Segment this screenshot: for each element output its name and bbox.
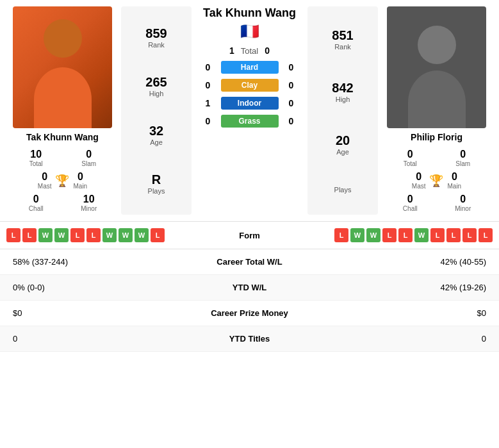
right-main-value: 0: [452, 171, 457, 183]
right-rank-stat: 851 Rank: [332, 28, 353, 51]
left-age-stat: 32 Age: [149, 124, 163, 146]
left-mast-stat: 0 Mast: [38, 171, 52, 190]
left-flag: 🇫🇷: [240, 22, 259, 40]
right-slam-label: Slam: [455, 160, 470, 167]
form-badge-left: W: [119, 228, 133, 242]
left-slam-stat: 0 Slam: [66, 149, 113, 167]
form-badge-left: L: [70, 228, 85, 242]
total-row: 1 Total 0: [229, 46, 270, 56]
form-badge-left: W: [102, 228, 117, 242]
left-slam-label: Slam: [81, 160, 96, 167]
left-player-photo: [13, 6, 112, 128]
right-high-label: High: [332, 95, 353, 103]
right-trophy-icon: 🏆: [429, 174, 443, 188]
indoor-right-score: 0: [285, 98, 298, 108]
stats-center-label: YTD W/L: [186, 283, 314, 292]
stats-row: 0 YTD Titles 0: [0, 326, 499, 352]
right-age-stat: 20 Age: [336, 133, 350, 156]
left-minor-label: Minor: [81, 205, 97, 212]
left-player-name-top: Tak Khunn Wang: [203, 6, 296, 20]
right-mast-value: 0: [416, 171, 421, 183]
right-total-stat: 0 Total: [387, 149, 434, 167]
grass-row: 0 Grass 0: [197, 115, 302, 128]
right-main-stat: 0 Main: [447, 171, 461, 190]
total-label: Total: [241, 46, 258, 56]
indoor-left-score: 1: [202, 98, 215, 108]
right-high-value: 842: [332, 81, 353, 95]
stats-table: 58% (337-244) Career Total W/L 42% (40-5…: [0, 249, 499, 352]
left-bottom-stats: 0 Chall 10 Minor: [6, 191, 119, 215]
left-high-label: High: [145, 90, 167, 97]
left-mast-value: 0: [42, 171, 47, 183]
left-high-value: 265: [145, 75, 167, 90]
left-mast-label: Mast: [38, 183, 52, 190]
form-badge-right: W: [366, 228, 380, 242]
match-center: Tak Khunn Wang 🇫🇷 1 Total 0 0 Hard 0 0 C…: [194, 6, 305, 215]
right-form: LWWLLWLLLL: [274, 228, 493, 242]
right-total-score: 0: [265, 46, 270, 56]
right-rank-value: 851: [332, 28, 353, 43]
right-total-label: Total: [404, 160, 417, 167]
comparison-section: Tak Khunn Wang 10 Total 0 Slam 0 Mast 🏆: [0, 0, 499, 221]
form-badge-left: L: [6, 228, 20, 242]
form-badge-left: W: [38, 228, 53, 242]
clay-left-score: 0: [202, 80, 215, 90]
left-total-label: Total: [29, 160, 43, 167]
stats-left-val: $0: [13, 308, 186, 318]
form-badge-right: L: [382, 228, 397, 242]
right-chall-label: Chall: [403, 205, 418, 212]
left-chall-stat: 0 Chall: [13, 194, 60, 212]
stats-row: $0 Career Prize Money $0: [0, 301, 499, 326]
left-plays-label: Plays: [148, 187, 165, 195]
stats-row: 0% (0-0) YTD W/L 42% (19-26): [0, 275, 499, 301]
form-badge-left: W: [54, 228, 69, 242]
right-center-stats: 851 Rank 842 High 20 Age Plays: [307, 6, 378, 215]
form-badge-right: W: [414, 228, 429, 242]
left-plays-stat: R Plays: [148, 172, 165, 195]
indoor-badge: Indoor: [221, 97, 279, 110]
right-mast-stat: 0 Mast: [412, 171, 426, 190]
clay-right-score: 0: [285, 80, 298, 90]
right-main-label: Main: [447, 183, 461, 190]
right-age-value: 20: [336, 133, 350, 148]
stats-center-label: YTD Titles: [186, 334, 314, 344]
left-total-stat: 10 Total: [13, 149, 60, 167]
grass-right-score: 0: [285, 116, 298, 126]
left-rank-value: 859: [145, 26, 167, 41]
stats-left-val: 58% (337-244): [13, 257, 186, 267]
right-bottom-stats: 0 Chall 0 Minor: [380, 191, 493, 215]
left-slam-value: 0: [86, 149, 92, 160]
form-badge-left: L: [22, 228, 37, 242]
stats-row: 58% (337-244) Career Total W/L 42% (40-5…: [0, 249, 499, 275]
left-chall-value: 0: [33, 194, 39, 205]
clay-badge: Clay: [221, 79, 279, 92]
main-container: Tak Khunn Wang 10 Total 0 Slam 0 Mast 🏆: [0, 0, 499, 352]
grass-badge: Grass: [221, 115, 279, 128]
hard-left-score: 0: [202, 62, 215, 72]
right-rank-label: Rank: [332, 43, 353, 51]
right-age-label: Age: [336, 148, 350, 156]
left-main-stat: 0 Main: [73, 171, 87, 190]
left-rank-stat: 859 Rank: [145, 26, 167, 49]
right-player-stats: 0 Total 0 Slam: [380, 146, 493, 170]
left-high-stat: 265 High: [145, 75, 167, 97]
right-slam-stat: 0 Slam: [440, 149, 487, 167]
left-rank-label: Rank: [145, 41, 167, 49]
form-badge-right: L: [334, 228, 348, 242]
stats-right-val: 42% (19-26): [314, 283, 487, 292]
right-player-photo: [387, 6, 486, 128]
form-badge-right: L: [430, 228, 445, 242]
stats-right-val: 0: [314, 334, 487, 344]
left-minor-value: 10: [83, 194, 95, 205]
surface-rows: 0 Hard 0 0 Clay 0 1 Indoor 0 0 Grass: [197, 61, 302, 133]
right-slam-value: 0: [460, 149, 466, 160]
left-center-stats: 859 Rank 265 High 32 Age R Plays: [121, 6, 192, 215]
stats-left-val: 0: [13, 334, 186, 344]
left-trophy-row: 0 Mast 🏆 0 Main: [6, 170, 119, 191]
grass-left-score: 0: [202, 116, 215, 126]
form-label: Form: [231, 231, 269, 240]
left-age-label: Age: [149, 138, 163, 146]
form-badge-right: L: [398, 228, 413, 242]
indoor-row: 1 Indoor 0: [197, 97, 302, 110]
left-age-value: 32: [149, 124, 163, 138]
